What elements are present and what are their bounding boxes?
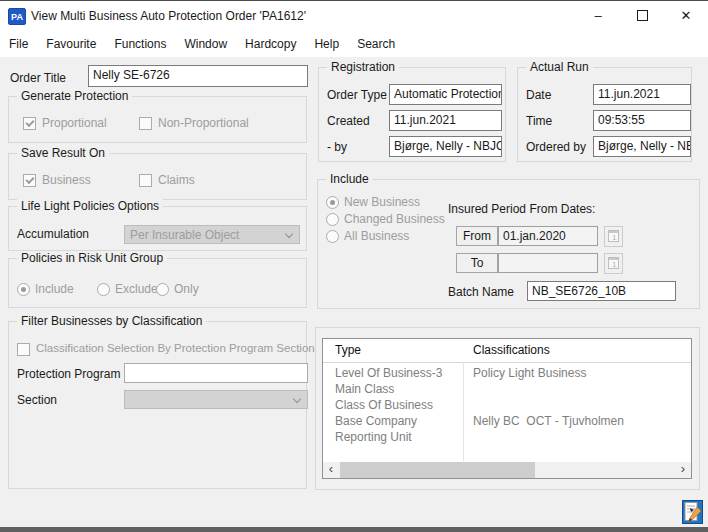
time-field[interactable]: 09:53:55 [593,110,691,131]
from-label-box: From [456,226,498,246]
column-header-type[interactable]: Type [323,339,463,362]
close-button[interactable]: ✕ [664,1,708,32]
table-body: Level Of Business-3 Policy Light Busines… [323,365,691,445]
menu-item-hardcopy[interactable]: Hardcopy [236,32,305,57]
menu-item-functions[interactable]: Functions [105,32,175,57]
menu-item-favourite[interactable]: Favourite [37,32,105,57]
cell-type: Base Company [323,413,463,429]
cell-type: Class Of Business [323,397,463,413]
cell-classification [463,397,691,413]
filter-classification-title: Filter Businesses by Classification [17,314,206,328]
generate-protection-group: Generate Protection Proportional Non-Pro… [8,96,307,143]
accumulation-value: Per Insurable Object [130,228,239,242]
title-bar[interactable]: PA View Multi Business Auto Protection O… [0,1,708,32]
claims-label: Claims [158,173,195,187]
minimize-button[interactable]: – [576,1,620,32]
all-business-label: All Business [344,229,409,243]
window-bottom-edge[interactable] [0,527,708,532]
business-checkbox[interactable] [23,174,36,187]
batch-name-field[interactable]: NB_SE6726_10B [527,281,676,301]
accumulation-label: Accumulation [17,227,89,241]
created-field[interactable]: 11.jun.2021 [389,110,502,131]
menu-item-help[interactable]: Help [305,32,348,57]
menu-item-file[interactable]: File [0,32,37,57]
changed-business-label: Changed Business [344,212,445,226]
accumulation-dropdown[interactable]: Per Insurable Object [124,225,300,244]
scrollbar-thumb[interactable] [340,462,535,478]
risk-unit-group: Policies in Risk Unit Group Include Excl… [8,258,307,308]
new-business-label: New Business [344,195,420,209]
insured-period-label: Insured Period From Dates: [448,202,595,216]
classification-table: Type Classifications Level Of Business-3… [322,338,692,479]
changed-business-radio[interactable] [326,213,339,226]
table-row[interactable]: Class Of Business [323,397,691,413]
registration-title: Registration [327,60,399,74]
calendar-icon [608,230,619,242]
cell-classification: Nelly BC OCT - Tjuvholmen [463,413,691,429]
classification-selection-checkbox[interactable] [17,343,30,356]
table-row[interactable]: Base Company Nelly BC OCT - Tjuvholmen [323,413,691,429]
order-type-field[interactable]: Automatic Protection [389,84,502,105]
table-row[interactable]: Main Class [323,381,691,397]
menu-item-window[interactable]: Window [175,32,236,57]
save-result-on-group: Save Result On Business Claims [8,153,307,200]
proportional-checkbox[interactable] [23,117,36,130]
all-business-radio[interactable] [326,230,339,243]
non-proportional-checkbox[interactable] [139,117,152,130]
menu-bar: File Favourite Functions Window Hardcopy… [0,32,708,57]
scroll-right-icon[interactable]: › [675,462,691,478]
horizontal-scrollbar[interactable]: ‹ › [323,462,691,478]
claims-checkbox[interactable] [139,174,152,187]
window-title: View Multi Business Auto Protection Orde… [31,1,306,32]
date-field[interactable]: 11.jun.2021 [593,84,691,105]
include-radio[interactable] [17,283,30,296]
ordered-by-field[interactable]: Bjørge, Nelly - NBJOF [593,136,691,157]
risk-unit-title: Policies in Risk Unit Group [17,251,167,265]
actual-run-group: Actual Run Date 11.jun.2021 Time 09:53:5… [517,67,692,162]
table-row[interactable]: Reporting Unit [323,429,691,445]
order-title-label: Order Title [10,71,66,85]
ordered-by-label: Ordered by [526,140,586,154]
actual-run-title: Actual Run [526,60,593,74]
from-date-field[interactable]: 01.jan.2020 [498,226,598,246]
cell-classification [463,429,691,445]
table-row[interactable]: Level Of Business-3 Policy Light Busines… [323,365,691,381]
protection-program-field[interactable] [124,363,308,383]
life-light-options-title: Life Light Policies Options [17,199,163,213]
time-label: Time [526,114,552,128]
classification-selection-label: Classification Selection By Protection P… [36,342,315,354]
scroll-left-icon[interactable]: ‹ [323,462,339,478]
table-header: Type Classifications [323,339,691,363]
to-date-field[interactable] [498,253,598,273]
column-header-classifications[interactable]: Classifications [463,339,691,362]
save-result-on-title: Save Result On [17,146,109,160]
app-icon: PA [8,8,26,25]
proportional-label: Proportional [42,116,107,130]
section-dropdown[interactable] [124,390,308,409]
exclude-label: Exclude [115,282,158,296]
generate-protection-title: Generate Protection [17,89,132,103]
filter-classification-group: Filter Businesses by Classification Clas… [8,321,307,489]
exclude-radio[interactable] [97,283,110,296]
to-calendar-button[interactable] [604,253,623,274]
maximize-icon [637,10,648,21]
calendar-icon [608,257,619,269]
cell-type: Main Class [323,381,463,397]
from-calendar-button[interactable] [604,226,623,247]
menu-item-search[interactable]: Search [348,32,404,57]
cell-classification [463,381,691,397]
to-label-box: To [456,253,498,273]
include-group: Include New Business Changed Business Al… [317,179,700,309]
order-type-label: Order Type [327,88,387,102]
created-by-field[interactable]: Bjørge, Nelly - NBJOF [389,136,502,157]
only-label: Only [174,282,199,296]
edit-note-icon [682,500,703,524]
include-label: Include [35,282,74,296]
edit-note-button[interactable] [682,500,703,524]
order-title-field[interactable]: Nelly SE-6726 [88,65,308,87]
only-radio[interactable] [156,283,169,296]
new-business-radio[interactable] [326,196,339,209]
registration-group: Registration Order Type Automatic Protec… [318,67,506,162]
cell-classification: Policy Light Business [463,365,691,381]
maximize-button[interactable] [620,1,664,32]
